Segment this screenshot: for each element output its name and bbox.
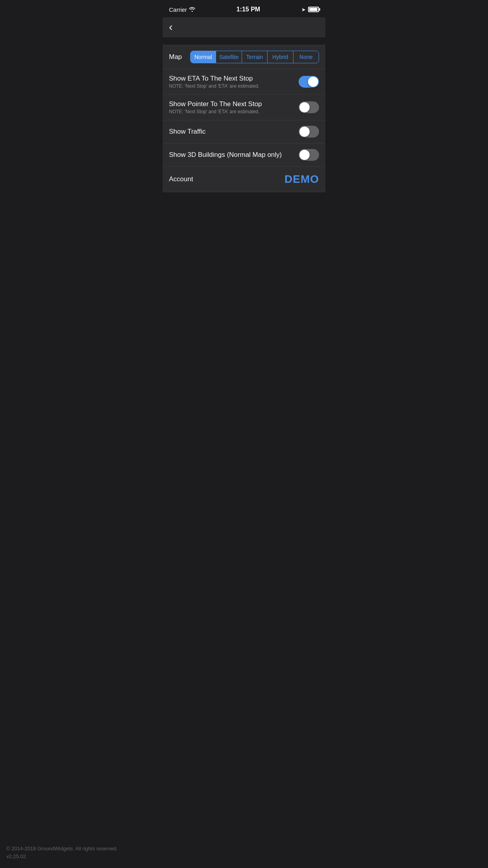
show-eta-label: Show ETA To The Next Stop xyxy=(169,75,299,83)
settings-section: Map Normal Satellite Terrain Hybrid None… xyxy=(163,45,325,192)
show-3d-row: Show 3D Buildings (Normal Map only) xyxy=(163,143,325,167)
show-traffic-row: Show Traffic xyxy=(163,120,325,143)
wifi-icon xyxy=(189,7,195,12)
location-icon: ➤ xyxy=(301,7,306,13)
show-pointer-knob xyxy=(299,102,310,112)
show-3d-toggle[interactable] xyxy=(299,149,319,161)
status-bar: Carrier 1:15 PM ➤ xyxy=(163,0,325,17)
map-row: Map Normal Satellite Terrain Hybrid None xyxy=(163,45,325,69)
seg-btn-hybrid[interactable]: Hybrid xyxy=(268,51,293,63)
show-eta-sublabel: NOTE: 'Next Stop' and 'ETA' are estimate… xyxy=(169,83,299,89)
back-button[interactable]: ‹ xyxy=(169,22,172,33)
battery-icon xyxy=(308,7,319,12)
show-3d-label: Show 3D Buildings (Normal Map only) xyxy=(169,151,299,159)
carrier-label: Carrier xyxy=(169,6,187,13)
seg-btn-satellite[interactable]: Satellite xyxy=(216,51,242,63)
spacer xyxy=(163,37,325,45)
show-3d-label-group: Show 3D Buildings (Normal Map only) xyxy=(169,151,299,159)
show-traffic-label-group: Show Traffic xyxy=(169,128,299,136)
show-3d-knob xyxy=(299,150,310,160)
show-traffic-knob xyxy=(299,127,310,137)
map-segment-control: Normal Satellite Terrain Hybrid None xyxy=(190,51,319,63)
show-pointer-row: Show Pointer To The Next Stop NOTE: 'Nex… xyxy=(163,95,325,120)
account-label: Account xyxy=(169,175,193,183)
show-eta-row: Show ETA To The Next Stop NOTE: 'Next St… xyxy=(163,69,325,95)
show-traffic-toggle[interactable] xyxy=(299,126,319,138)
dark-area xyxy=(163,192,325,349)
carrier-info: Carrier xyxy=(169,6,195,13)
show-traffic-label: Show Traffic xyxy=(169,128,299,136)
show-pointer-label: Show Pointer To The Next Stop xyxy=(169,100,299,108)
show-pointer-sublabel: NOTE: 'Next Stop' and 'ETA' are estimate… xyxy=(169,109,299,114)
seg-btn-none[interactable]: None xyxy=(294,51,319,63)
map-label: Map xyxy=(169,53,185,61)
show-eta-toggle[interactable] xyxy=(299,76,319,88)
seg-btn-normal[interactable]: Normal xyxy=(191,51,216,63)
nav-bar: ‹ xyxy=(163,17,325,37)
show-pointer-toggle[interactable] xyxy=(299,101,319,113)
account-row: Account DEMO xyxy=(163,167,325,192)
account-value: DEMO xyxy=(284,173,319,186)
seg-btn-terrain[interactable]: Terrain xyxy=(242,51,268,63)
show-eta-label-group: Show ETA To The Next Stop NOTE: 'Next St… xyxy=(169,75,299,89)
show-eta-knob xyxy=(308,77,318,87)
show-pointer-label-group: Show Pointer To The Next Stop NOTE: 'Nex… xyxy=(169,100,299,114)
status-time: 1:15 PM xyxy=(237,6,260,13)
status-right-icons: ➤ xyxy=(301,7,319,13)
